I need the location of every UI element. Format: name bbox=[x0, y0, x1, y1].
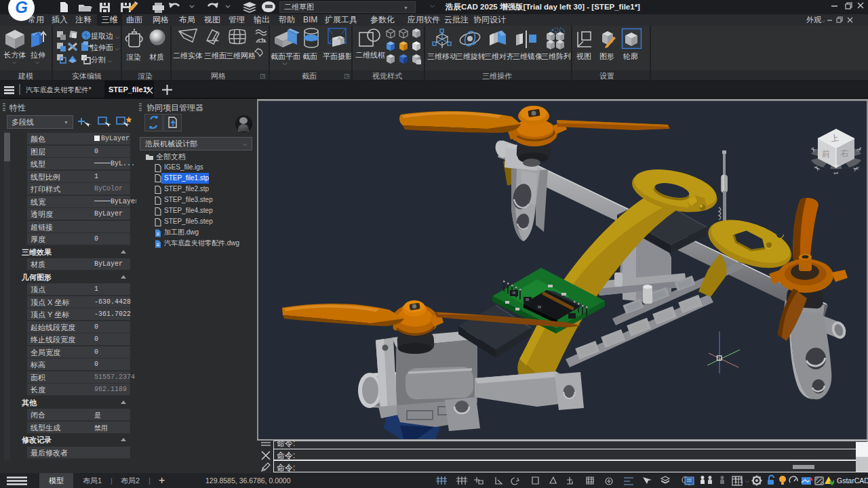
svg-text:上: 上 bbox=[830, 133, 840, 144]
svg-text:右: 右 bbox=[840, 148, 849, 158]
svg-text:前: 前 bbox=[822, 149, 830, 159]
